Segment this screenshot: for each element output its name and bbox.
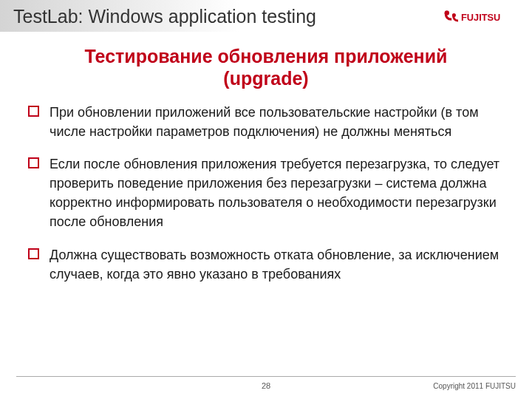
header-title: TestLab: Windows application testing (13, 6, 316, 27)
list-item: Должна существовать возможность отката о… (28, 245, 504, 284)
bullet-text: При обновлении приложений все пользовате… (50, 103, 504, 141)
square-bullet-icon (28, 106, 39, 117)
fujitsu-logo-icon: FUJITSU (443, 10, 514, 24)
bullet-list: При обновлении приложений все пользовате… (28, 103, 504, 284)
slide-body: При обновлении приложений все пользовате… (0, 103, 532, 399)
footer-row: 28 Copyright 2011 FUJITSU (16, 381, 516, 390)
square-bullet-icon (28, 157, 39, 168)
subtitle-line-2: (upgrade) (223, 68, 308, 89)
footer-divider (16, 376, 516, 377)
footer: 28 Copyright 2011 FUJITSU (0, 376, 532, 390)
page-number: 28 (105, 381, 427, 390)
fujitsu-logo: FUJITSU (443, 10, 514, 24)
slide-subtitle: Тестирование обновления приложений (upgr… (30, 45, 502, 89)
square-bullet-icon (28, 248, 39, 259)
slide: TestLab: Windows application testing FUJ… (0, 0, 532, 399)
svg-text:FUJITSU: FUJITSU (461, 11, 500, 22)
list-item: Если после обновления приложения требует… (28, 154, 504, 231)
bullet-text: Если после обновления приложения требует… (50, 154, 504, 231)
copyright-text: Copyright 2011 FUJITSU (427, 382, 516, 390)
subtitle-line-1: Тестирование обновления приложений (85, 46, 448, 66)
bullet-text: Должна существовать возможность отката о… (50, 245, 504, 284)
header-bar: TestLab: Windows application testing FUJ… (0, 0, 532, 32)
list-item: При обновлении приложений все пользовате… (28, 103, 504, 141)
